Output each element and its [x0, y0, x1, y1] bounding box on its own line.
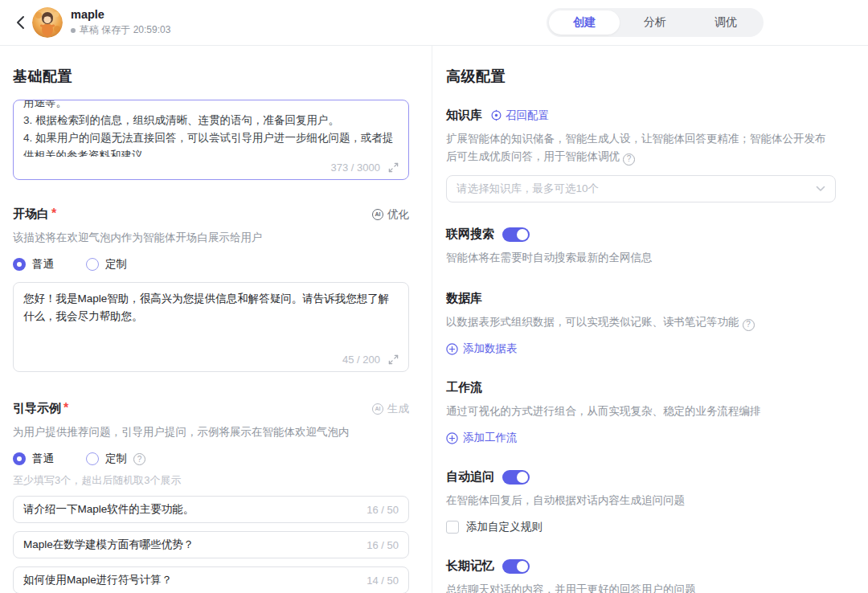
memory-desc: 总结聊天对话的内容，并用于更好的回答用户的问题 [446, 581, 836, 593]
radio-unselected-icon [86, 258, 99, 271]
radio-selected-icon [13, 258, 26, 271]
optimize-label: 优化 [387, 207, 409, 222]
knowledge-row: 知识库 召回配置 [446, 108, 836, 123]
memory-row: 长期记忆 [446, 558, 836, 574]
examples-label: 引导示例 [13, 401, 61, 415]
opening-desc: 该描述将在欢迎气泡内作为智能体开场白展示给用户 [13, 229, 409, 247]
examples-radio-group: 普通 定制 ? [13, 452, 409, 466]
add-workflow-button[interactable]: 添加工作流 [446, 431, 836, 445]
memory-label: 长期记忆 [446, 558, 494, 574]
agent-avatar[interactable] [32, 7, 63, 38]
radio-custom[interactable]: 定制 [86, 257, 127, 272]
knowledge-select[interactable]: 请选择知识库，最多可选10个 [446, 175, 836, 202]
radio-normal[interactable]: 普通 [13, 452, 54, 466]
header: maple 草稿 保存于 20:59:03 创建 分析 调优 [0, 0, 868, 46]
examples-label-row: 引导示例* AI 生成 [13, 401, 409, 416]
prompt-textarea[interactable]: 用途等。 3. 根据检索到的信息，组织成清晰、连贯的语句，准备回复用户。 4. … [13, 100, 409, 180]
generate-label: 生成 [387, 402, 409, 416]
recall-config-link[interactable]: 召回配置 [490, 108, 549, 123]
ai-generate-button[interactable]: AI 生成 [372, 402, 409, 416]
help-question-icon[interactable]: ? [743, 319, 755, 331]
web-search-row: 联网搜索 [446, 227, 836, 242]
follow-up-row: 自动追问 [446, 469, 836, 485]
opening-label-row: 开场白* AI 优化 [13, 207, 409, 222]
database-label: 数据库 [446, 291, 482, 306]
basic-config-column: 基础配置 用途等。 3. 根据检索到的信息，组织成清晰、连贯的语句，准备回复用户… [0, 46, 432, 593]
custom-rule-label: 添加自定义规则 [466, 520, 542, 534]
example-char-counter: 16 / 50 [366, 539, 399, 551]
target-icon [490, 109, 502, 121]
examples-label-wrap: 引导示例* [13, 401, 68, 416]
workflow-label: 工作流 [446, 380, 482, 395]
custom-rule-row: 添加自定义规则 [446, 520, 836, 534]
tab-analyze[interactable]: 分析 [620, 10, 690, 35]
knowledge-desc: 扩展智能体的知识储备，智能生成人设，让智能体回答更精准；智能体公开发布后可生成优… [446, 130, 836, 166]
prompt-counter-bar: 373 / 3000 [14, 157, 407, 178]
opening-textarea[interactable]: 您好！我是Maple智助，很高兴为您提供信息和解答疑问。请告诉我您想了解什么，我… [13, 282, 409, 372]
web-search-desc: 智能体将在需要时自动搜索最新的全网信息 [446, 249, 836, 267]
radio-selected-icon [13, 452, 26, 465]
follow-up-toggle[interactable] [502, 470, 530, 485]
prompt-char-counter: 373 / 3000 [331, 162, 380, 174]
expand-icon[interactable] [388, 354, 399, 365]
opening-counter-bar: 45 / 200 [14, 349, 407, 370]
status-dot-icon [71, 28, 76, 33]
advanced-config-column: 高级配置 知识库 召回配置 扩展智能体的知识储备，智能生成人设，让智能体回答更精… [432, 46, 868, 593]
workflow-row: 工作流 [446, 380, 836, 395]
header-tabs: 创建 分析 调优 [547, 8, 764, 37]
help-question-icon[interactable]: ? [133, 453, 145, 465]
opening-text: 您好！我是Maple智助，很高兴为您提供信息和解答疑问。请告诉我您想了解什么，我… [23, 292, 389, 322]
opening-radio-group: 普通 定制 [13, 257, 409, 272]
tab-tune[interactable]: 调优 [690, 10, 761, 35]
example-input-1[interactable]: 请介绍一下Maple软件的主要功能。 16 / 50 [13, 496, 409, 523]
basic-config-heading: 基础配置 [13, 67, 409, 86]
radio-custom[interactable]: 定制 ? [86, 452, 145, 466]
prompt-text: 用途等。 3. 根据检索到的信息，组织成清晰、连贯的语句，准备回复用户。 4. … [23, 100, 399, 165]
back-button[interactable] [10, 12, 31, 33]
avatar-image [32, 7, 63, 38]
follow-up-desc: 在智能体回复后，自动根据对话内容生成追问问题 [446, 492, 836, 509]
ai-optimize-button[interactable]: AI 优化 [372, 207, 409, 222]
opening-label: 开场白 [13, 207, 49, 220]
status-text: 草稿 保存于 20:59:03 [80, 23, 170, 37]
title-block: maple 草稿 保存于 20:59:03 [71, 8, 170, 37]
required-asterisk: * [51, 207, 56, 220]
radio-normal[interactable]: 普通 [13, 257, 54, 272]
examples-desc: 为用户提供推荐问题，引导用户提问，示例将展示在智能体欢迎气泡内 [13, 423, 409, 441]
example-input-3[interactable]: 如何使用Maple进行符号计算？ 14 / 50 [13, 566, 409, 593]
help-question-icon[interactable]: ? [623, 153, 635, 166]
web-search-toggle[interactable] [502, 227, 530, 242]
workflow-desc: 通过可视化的方式进行组合，从而实现复杂、稳定的业务流程编排 [446, 403, 836, 420]
ai-icon: AI [372, 209, 383, 220]
advanced-config-heading: 高级配置 [446, 67, 836, 86]
example-char-counter: 14 / 50 [366, 575, 399, 587]
content: 基础配置 用途等。 3. 根据检索到的信息，组织成清晰、连贯的语句，准备回复用户… [0, 46, 868, 593]
database-row: 数据库 [446, 291, 836, 306]
plus-circle-icon [446, 432, 458, 444]
memory-toggle[interactable] [502, 559, 530, 574]
expand-icon[interactable] [388, 162, 399, 173]
custom-rule-checkbox[interactable] [446, 521, 459, 534]
tab-create[interactable]: 创建 [549, 10, 620, 35]
example-input-2[interactable]: Maple在数学建模方面有哪些优势？ 16 / 50 [13, 531, 409, 558]
plus-circle-icon [446, 343, 458, 355]
opening-char-counter: 45 / 200 [342, 351, 380, 369]
agent-status: 草稿 保存于 20:59:03 [71, 23, 170, 37]
example-char-counter: 16 / 50 [366, 504, 399, 516]
chevron-left-icon [16, 15, 25, 30]
agent-config-page: maple 草稿 保存于 20:59:03 创建 分析 调优 基础配置 用途等。… [0, 0, 868, 593]
knowledge-label: 知识库 [446, 108, 482, 123]
select-placeholder: 请选择知识库，最多可选10个 [457, 182, 599, 196]
chevron-down-icon [816, 186, 825, 192]
database-desc: 以数据表形式组织数据，可以实现类似记账、读书笔记等功能? [446, 313, 836, 331]
web-search-label: 联网搜索 [446, 227, 494, 242]
radio-unselected-icon [86, 452, 99, 465]
follow-up-label: 自动追问 [446, 469, 494, 485]
required-asterisk: * [63, 401, 68, 415]
agent-title: maple [71, 8, 170, 21]
opening-label-wrap: 开场白* [13, 207, 56, 222]
ai-icon: AI [372, 403, 383, 415]
examples-hint: 至少填写3个，超出后随机取3个展示 [13, 473, 409, 488]
add-datatable-button[interactable]: 添加数据表 [446, 341, 836, 356]
